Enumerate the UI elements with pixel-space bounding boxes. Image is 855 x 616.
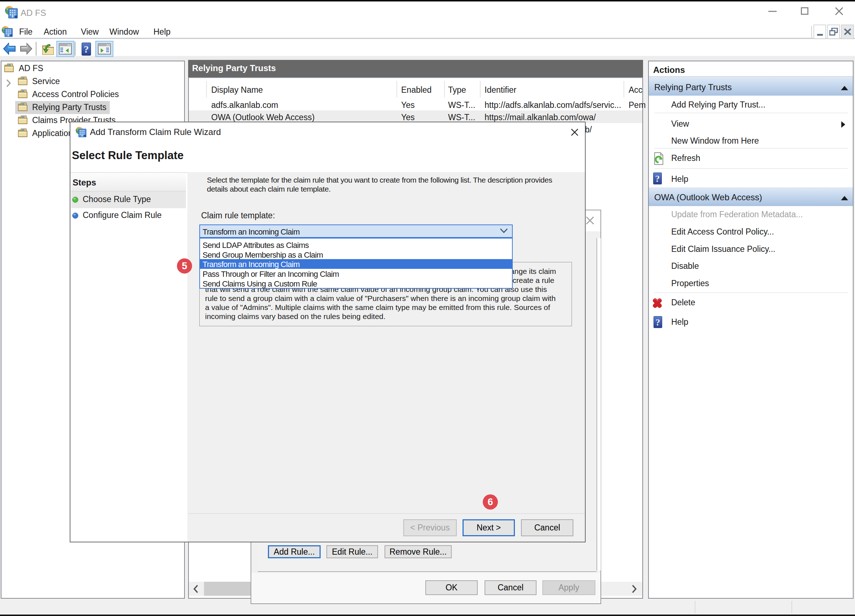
svg-text:?: ? [84,44,89,55]
svg-text:?: ? [656,317,660,328]
svg-text:?: ? [655,174,660,184]
